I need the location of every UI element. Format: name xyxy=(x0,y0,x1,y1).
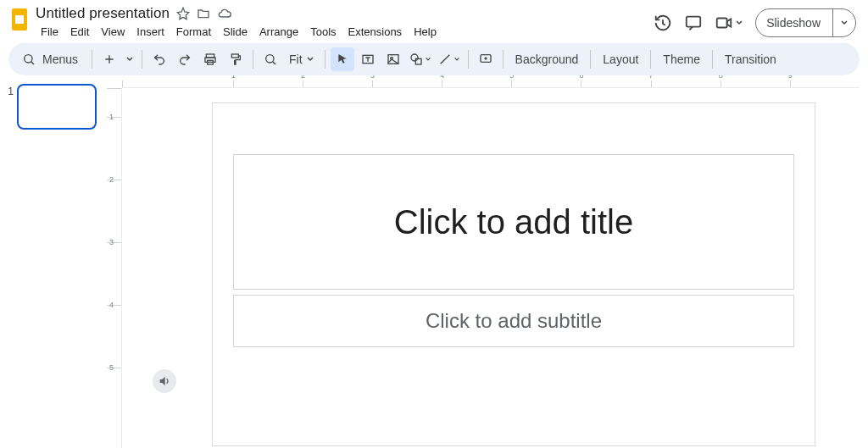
subtitle-placeholder[interactable]: Click to add subtitle xyxy=(233,295,794,347)
toolbar-separator xyxy=(503,50,504,69)
svg-rect-2 xyxy=(687,17,701,27)
toolbar-separator xyxy=(712,50,713,69)
slide-number: 1 xyxy=(5,84,14,97)
search-menus-button[interactable]: Menus xyxy=(14,47,86,71)
cloud-status-icon[interactable] xyxy=(217,7,232,20)
toolbar-separator xyxy=(325,50,326,69)
filmstrip: 1 xyxy=(0,75,107,448)
zoom-label: Fit xyxy=(289,53,303,66)
menu-view[interactable]: View xyxy=(96,24,130,40)
menu-file[interactable]: File xyxy=(36,24,64,40)
menu-arrange[interactable]: Arrange xyxy=(254,24,303,40)
new-slide-dropdown[interactable] xyxy=(123,47,136,71)
zoom-dropdown[interactable]: Fit xyxy=(284,53,320,66)
menu-extensions[interactable]: Extensions xyxy=(343,24,408,40)
line-button[interactable] xyxy=(436,47,463,71)
new-slide-button[interactable] xyxy=(97,47,121,71)
slideshow-label: Slideshow xyxy=(766,16,821,30)
present-camera-icon[interactable] xyxy=(715,14,743,32)
textbox-button[interactable] xyxy=(356,47,380,71)
transition-button[interactable]: Transition xyxy=(718,53,783,66)
menu-bar: File Edit View Insert Format Slide Arran… xyxy=(36,22,654,43)
svg-point-4 xyxy=(25,55,32,63)
toolbar-separator xyxy=(650,50,651,69)
toolbar-separator xyxy=(142,50,142,69)
svg-rect-14 xyxy=(415,58,421,64)
slide-canvas[interactable]: Click to add title Click to add subtitle xyxy=(212,102,815,446)
app-header: Untitled presentation File Edit View Ins… xyxy=(0,0,868,43)
print-button[interactable] xyxy=(198,47,222,71)
undo-button[interactable] xyxy=(147,47,171,71)
svg-point-13 xyxy=(411,54,418,61)
toolbar-separator xyxy=(253,50,253,69)
title-placeholder[interactable]: Click to add title xyxy=(233,154,794,290)
background-button[interactable]: Background xyxy=(509,53,586,66)
layout-button[interactable]: Layout xyxy=(596,53,645,66)
slideshow-split-button: Slideshow xyxy=(755,8,856,37)
svg-rect-1 xyxy=(15,15,24,24)
menu-help[interactable]: Help xyxy=(409,24,442,40)
redo-button[interactable] xyxy=(173,47,197,71)
comments-icon[interactable] xyxy=(684,14,703,32)
comment-button[interactable] xyxy=(474,47,498,71)
theme-button[interactable]: Theme xyxy=(656,53,707,66)
toolbar-separator xyxy=(92,50,92,69)
svg-rect-3 xyxy=(717,19,727,28)
move-folder-icon[interactable] xyxy=(197,7,210,20)
toolbar-separator xyxy=(468,50,469,69)
ruler-vertical[interactable]: 1 2 3 4 5 xyxy=(107,88,122,448)
toolbar-separator xyxy=(590,50,591,69)
paint-format-button[interactable] xyxy=(224,47,248,71)
select-tool-button[interactable] xyxy=(331,47,354,71)
slides-logo-icon[interactable] xyxy=(8,5,31,34)
ruler-horizontal[interactable]: 1 2 3 4 5 6 7 8 9 xyxy=(122,75,860,88)
title-area: Untitled presentation File Edit View Ins… xyxy=(31,5,654,43)
search-menus-label: Menus xyxy=(42,53,78,66)
zoom-tool-button[interactable] xyxy=(259,47,282,71)
svg-rect-8 xyxy=(231,54,238,58)
speaker-icon[interactable] xyxy=(153,369,176,393)
toolbar: Menus Fit xyxy=(8,43,860,75)
star-icon[interactable] xyxy=(176,7,190,20)
slideshow-button[interactable]: Slideshow xyxy=(756,9,832,36)
history-icon[interactable] xyxy=(654,14,672,32)
shape-button[interactable] xyxy=(407,47,434,71)
header-right: Slideshow xyxy=(654,5,860,37)
slideshow-dropdown-button[interactable] xyxy=(832,9,855,36)
menu-tools[interactable]: Tools xyxy=(305,24,341,40)
menu-edit[interactable]: Edit xyxy=(65,24,94,40)
canvas-area: 1 2 3 4 5 6 7 8 9 1 2 3 4 5 Click to add… xyxy=(107,75,868,448)
menu-insert[interactable]: Insert xyxy=(131,24,170,40)
image-button[interactable] xyxy=(381,47,405,71)
slide-viewport[interactable]: Click to add title Click to add subtitle xyxy=(127,91,860,448)
slide-thumbnail[interactable] xyxy=(17,84,97,130)
svg-point-9 xyxy=(266,55,274,63)
menu-format[interactable]: Format xyxy=(171,24,216,40)
workspace: 1 1 2 3 4 5 6 7 8 9 1 2 3 4 5 xyxy=(0,75,868,448)
document-title[interactable]: Untitled presentation xyxy=(36,5,170,22)
menu-slide[interactable]: Slide xyxy=(218,24,253,40)
